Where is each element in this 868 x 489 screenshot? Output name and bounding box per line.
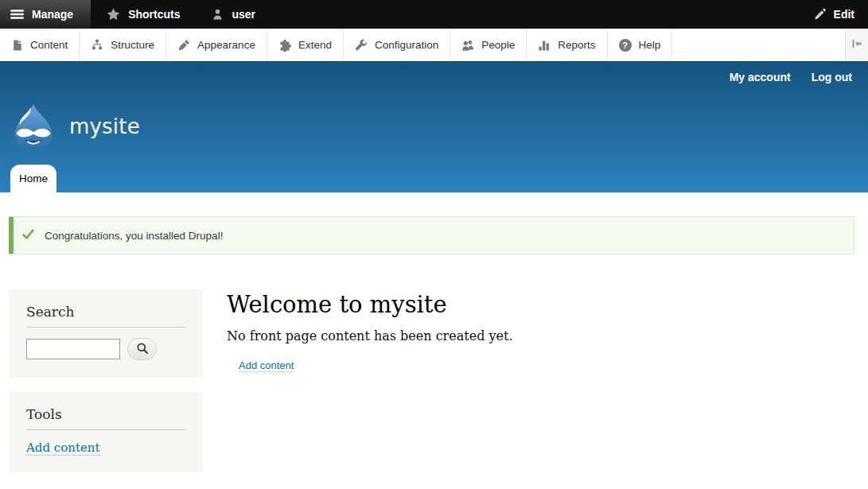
menu-item-help[interactable]: ? Help — [608, 29, 673, 61]
tab-home[interactable]: Home — [10, 165, 56, 192]
admin-menu-tray: Content Structure Appearance Extend — [0, 29, 868, 61]
document-icon — [11, 39, 23, 52]
empty-frontpage-text: No front page content has been created y… — [227, 328, 854, 343]
checkmark-icon — [22, 229, 34, 242]
menu-item-extend[interactable]: Extend — [267, 29, 344, 61]
search-form — [26, 338, 185, 360]
bar-chart-icon — [538, 39, 551, 52]
puzzle-icon — [278, 39, 291, 52]
menu-item-label: People — [481, 39, 515, 51]
paintbrush-icon — [177, 39, 190, 52]
edit-button[interactable]: Edit — [800, 0, 868, 29]
edit-label: Edit — [834, 8, 854, 21]
user-label: user — [232, 8, 255, 21]
question-icon: ? — [619, 39, 632, 52]
search-submit-button[interactable] — [127, 338, 157, 360]
user-tab[interactable]: user — [196, 0, 271, 29]
main-content: Welcome to mysite No front page content … — [203, 289, 854, 372]
search-icon — [136, 342, 149, 357]
tools-menu: Add content — [26, 440, 185, 455]
site-name[interactable]: mysite — [69, 114, 140, 138]
manage-tab[interactable]: Manage — [0, 0, 91, 29]
page-title: Welcome to mysite — [227, 291, 854, 318]
add-content-link-sidebar[interactable]: Add content — [26, 440, 100, 456]
search-input[interactable] — [26, 339, 120, 359]
admin-toolbar: Manage Shortcuts user Edit — [0, 0, 868, 29]
log-out-link[interactable]: Log out — [812, 71, 852, 83]
menu-item-label: Reports — [558, 39, 595, 51]
menu-item-structure[interactable]: Structure — [80, 29, 166, 61]
menu-item-label: Appearance — [197, 39, 255, 51]
menu-item-content[interactable]: Content — [0, 29, 80, 61]
tab-home-label: Home — [19, 173, 48, 184]
secondary-menu: My account Log out — [730, 71, 852, 83]
node-add-list: Add content — [239, 358, 854, 372]
tools-block-title: Tools — [26, 406, 185, 430]
menu-item-appearance[interactable]: Appearance — [166, 29, 267, 61]
my-account-link[interactable]: My account — [730, 71, 791, 83]
search-block: Search — [9, 289, 203, 378]
user-icon — [212, 8, 224, 21]
star-icon — [107, 8, 120, 21]
menu-item-label: Configuration — [375, 39, 438, 51]
people-icon — [461, 39, 474, 52]
menu-item-label: Content — [30, 39, 68, 51]
druplicon-logo[interactable] — [10, 102, 57, 151]
collapse-left-icon — [850, 37, 863, 53]
search-block-title: Search — [26, 304, 185, 328]
menu-item-reports[interactable]: Reports — [527, 29, 607, 61]
toolbar-collapse-button[interactable] — [845, 29, 868, 61]
pencil-icon — [813, 8, 827, 21]
menu-item-label: Help — [639, 39, 661, 51]
status-message-text: Congratulations, you installed Drupal! — [45, 230, 223, 242]
tools-block: Tools Add content — [9, 392, 203, 472]
site-branding: mysite — [10, 102, 140, 151]
menu-item-label: Structure — [111, 39, 154, 51]
hamburger-icon — [10, 8, 24, 21]
menu-item-people[interactable]: People — [450, 29, 527, 61]
menu-item-label: Extend — [298, 39, 332, 51]
menu-item-configuration[interactable]: Configuration — [344, 29, 450, 61]
shortcuts-tab[interactable]: Shortcuts — [91, 0, 196, 29]
page-layout: Search Tools Add content — [9, 289, 854, 487]
site-header: My account Log out mysite Home — [0, 61, 868, 192]
shortcuts-label: Shortcuts — [128, 8, 180, 21]
add-content-link-main[interactable]: Add content — [239, 359, 294, 372]
sitemap-icon — [91, 39, 103, 51]
highlighted-region: Congratulations, you installed Drupal! — [9, 216, 854, 254]
status-message: Congratulations, you installed Drupal! — [9, 216, 854, 254]
wrench-icon — [355, 39, 368, 52]
manage-label: Manage — [32, 8, 73, 21]
sidebar-first: Search Tools Add content — [9, 289, 203, 487]
